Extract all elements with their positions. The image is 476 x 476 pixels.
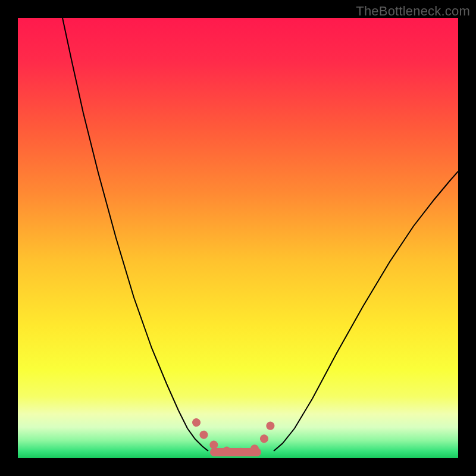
series-right-curve bbox=[274, 171, 458, 451]
plot-curves bbox=[18, 18, 458, 458]
plot-frame bbox=[18, 18, 458, 458]
series-left-curve bbox=[62, 18, 208, 451]
series-bottom-dots bbox=[196, 422, 271, 452]
watermark-text: TheBottleneck.com bbox=[356, 4, 470, 19]
